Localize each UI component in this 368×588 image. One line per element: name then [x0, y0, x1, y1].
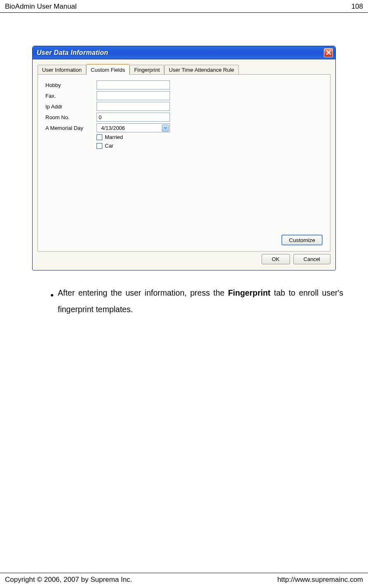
content-area: User Data Information User Information C… — [0, 13, 368, 318]
memorial-day-select[interactable]: 4/13/2006 — [97, 123, 170, 132]
header-page-number: 108 — [351, 2, 363, 11]
tab-strip: User Information Custom Fields Fingerpri… — [38, 64, 330, 74]
fax-input[interactable] — [97, 91, 170, 100]
field-row-ip-addr: Ip Addr — [45, 102, 323, 111]
tab-fingerprint[interactable]: Fingerprint — [130, 65, 164, 75]
dialog-close-button[interactable] — [324, 48, 333, 57]
field-row-hobby: Hobby — [45, 80, 323, 89]
married-label: Married — [105, 134, 123, 140]
room-no-label: Room No. — [45, 114, 97, 120]
paragraph-bold: Fingerprint — [228, 288, 271, 297]
dialog-titlebar: User Data Information — [33, 46, 335, 59]
car-label: Car — [105, 143, 113, 149]
body-text: ● After entering the user information, p… — [50, 285, 343, 318]
page-header: BioAdmin User Manual 108 — [0, 0, 368, 13]
field-row-room-no: Room No. — [45, 113, 323, 122]
cancel-button[interactable]: Cancel — [293, 254, 330, 264]
tab-user-information[interactable]: User Information — [38, 65, 86, 75]
bullet-item: ● After entering the user information, p… — [50, 285, 343, 318]
field-row-memorial-day: A Memorial Day 4/13/2006 — [45, 123, 323, 132]
checkbox-row-car[interactable]: Car — [97, 143, 323, 149]
footer-url: http://www.supremainc.com — [277, 576, 363, 584]
chevron-down-icon — [162, 125, 169, 132]
memorial-day-label: A Memorial Day — [45, 125, 97, 131]
checkbox-row-married[interactable]: Married — [97, 134, 323, 140]
footer-copyright: Copyright © 2006, 2007 by Suprema Inc. — [5, 576, 132, 584]
customize-button[interactable]: Customize — [281, 235, 323, 245]
dialog-button-bar: OK Cancel — [38, 254, 330, 264]
close-icon — [326, 49, 331, 56]
bullet-icon: ● — [50, 285, 58, 318]
field-row-fax: Fax. — [45, 91, 323, 100]
tab-custom-fields[interactable]: Custom Fields — [86, 64, 130, 75]
bullet-text: After entering the user information, pre… — [58, 285, 343, 318]
dialog-title: User Data Information — [37, 49, 108, 56]
page-footer: Copyright © 2006, 2007 by Suprema Inc. h… — [0, 573, 368, 588]
checkbox-icon — [97, 134, 102, 140]
user-data-dialog: User Data Information User Information C… — [32, 46, 336, 270]
header-doc-title: BioAdmin User Manual — [5, 2, 77, 11]
hobby-input[interactable] — [97, 80, 170, 89]
custom-fields-panel: Hobby Fax. Ip Addr Room No. A Memorial D… — [38, 74, 330, 252]
ip-addr-label: Ip Addr — [45, 103, 97, 110]
memorial-day-value: 4/13/2006 — [101, 125, 125, 131]
hobby-label: Hobby — [45, 82, 97, 88]
dialog-body: User Information Custom Fields Fingerpri… — [33, 59, 335, 270]
ip-addr-input[interactable] — [97, 102, 170, 111]
tab-user-time-attendance-rule[interactable]: User Time Attendance Rule — [164, 65, 238, 75]
fax-label: Fax. — [45, 93, 97, 99]
paragraph-before: After entering the user information, pre… — [58, 288, 228, 297]
ok-button[interactable]: OK — [262, 254, 290, 264]
room-no-input[interactable] — [97, 113, 170, 122]
checkbox-icon — [97, 143, 102, 149]
